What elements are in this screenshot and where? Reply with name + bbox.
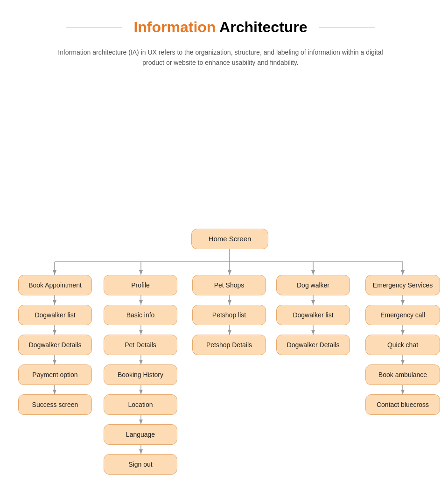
- node-dogwalker-list-1: Dogwalker list: [18, 305, 92, 325]
- svg-marker-39: [228, 330, 231, 335]
- svg-marker-40: [311, 270, 315, 275]
- node-profile: Profile: [104, 275, 177, 295]
- title-orange: Information: [133, 19, 216, 35]
- svg-marker-43: [401, 270, 405, 275]
- node-emergency-call: Emergency call: [365, 305, 440, 325]
- title-row: Information Architecture: [9, 19, 432, 36]
- node-dogwalker-list-4: Dogwalker list: [276, 305, 350, 325]
- svg-marker-36: [139, 449, 143, 454]
- node-dogwalker-details-1: Dogwalker Details: [18, 335, 92, 355]
- svg-marker-47: [401, 390, 405, 394]
- title-line-right: [319, 27, 375, 28]
- connector-svg: [9, 91, 432, 446]
- node-emergency-services: Emergency Services: [365, 275, 440, 295]
- node-booking-history: Booking History: [104, 364, 177, 385]
- svg-marker-45: [401, 330, 405, 335]
- node-petshop-details: Petshop Details: [192, 335, 266, 355]
- svg-marker-26: [53, 330, 56, 335]
- svg-marker-28: [53, 390, 56, 394]
- node-location: Location: [104, 394, 177, 415]
- node-language: Language: [104, 424, 177, 445]
- svg-marker-25: [53, 300, 56, 305]
- svg-marker-29: [53, 270, 56, 275]
- page-container: Information Architecture Information arc…: [0, 0, 441, 474]
- svg-marker-38: [228, 300, 231, 305]
- svg-marker-37: [228, 270, 231, 275]
- node-payment-option: Payment option: [18, 364, 92, 385]
- svg-marker-32: [139, 330, 143, 335]
- subtitle: Information architecture (IA) in UX refe…: [53, 47, 389, 68]
- title-black: Architecture: [216, 19, 307, 35]
- node-contact-bluecross: Contact bluecross: [365, 394, 440, 415]
- node-success-screen: Success screen: [18, 394, 92, 415]
- svg-marker-27: [53, 360, 56, 364]
- node-dog-walker: Dog walker: [276, 275, 350, 295]
- node-book-ambulance: Book ambulance: [365, 364, 440, 385]
- node-quick-chat: Quick chat: [365, 335, 440, 355]
- node-sign-out: Sign out: [104, 454, 177, 475]
- node-pet-shops: Pet Shops: [192, 275, 266, 295]
- svg-marker-34: [139, 390, 143, 394]
- page-title: Information Architecture: [133, 19, 307, 36]
- node-dogwalker-details-4: Dogwalker Details: [276, 335, 350, 355]
- node-book-appointment: Book Appointment: [18, 275, 92, 295]
- svg-marker-31: [139, 300, 143, 305]
- svg-marker-33: [139, 360, 143, 364]
- node-pet-details: Pet Details: [104, 335, 177, 355]
- node-basic-info: Basic info: [104, 305, 177, 325]
- svg-marker-30: [139, 270, 143, 275]
- node-home-screen: Home Screen: [191, 229, 268, 249]
- svg-marker-35: [139, 420, 143, 424]
- diagram: Home Screen Book Appointment Dogwalker l…: [9, 91, 432, 446]
- svg-marker-41: [311, 300, 315, 305]
- title-line-left: [66, 27, 122, 28]
- svg-marker-44: [401, 300, 405, 305]
- node-petshop-list: Petshop list: [192, 305, 266, 325]
- svg-marker-46: [401, 360, 405, 364]
- svg-marker-42: [311, 330, 315, 335]
